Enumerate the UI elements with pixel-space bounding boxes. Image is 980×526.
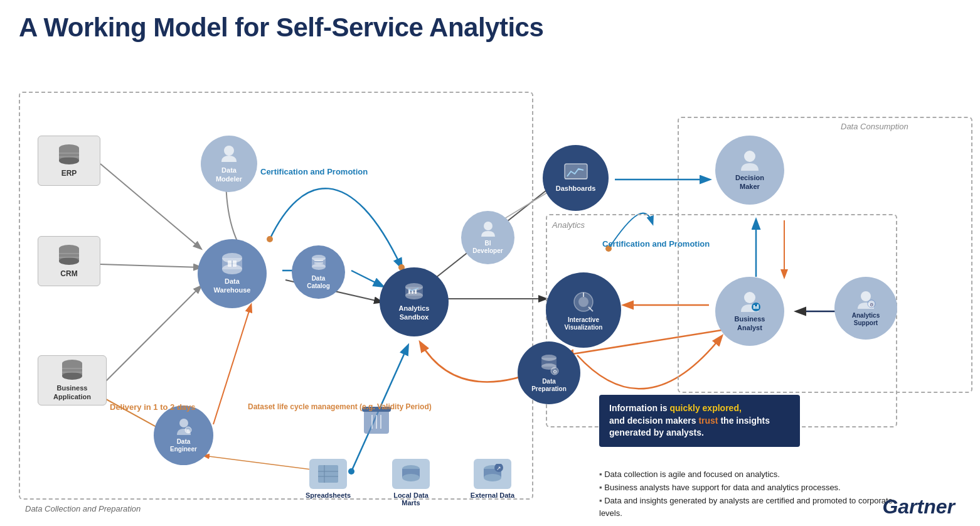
erp-node: ERP [38, 136, 100, 186]
analytics-support-node: ⚙ AnalyticsSupport [834, 277, 897, 340]
svg-point-31 [59, 257, 79, 265]
data-warehouse-node: DataWarehouse [198, 239, 267, 308]
local-data-marts-node: Local DataMarts [383, 459, 439, 507]
svg-point-39 [224, 146, 234, 156]
interactive-visualization-node: InteractiveVisualization [546, 272, 621, 348]
certification-label-1: Certification and Promotion [260, 167, 368, 178]
bullet-1: Data collection is agile and focused on … [599, 468, 913, 481]
main-title: A Working Model for Self-Service Analyti… [19, 13, 961, 43]
svg-point-71 [744, 151, 755, 162]
business-analyst-node: BusinessAnalyst [715, 277, 784, 346]
data-engineer-node: ⚙ DataEngineer [154, 405, 213, 465]
svg-point-36 [62, 372, 82, 380]
svg-point-89 [484, 474, 501, 481]
svg-rect-74 [754, 305, 755, 309]
data-catalog-node: DataCatalog [292, 245, 345, 299]
svg-point-72 [744, 292, 755, 303]
data-consumption-label: Data Consumption [841, 122, 908, 131]
svg-rect-80 [318, 465, 338, 483]
gartner-logo: Gartner [882, 495, 955, 518]
svg-point-68 [179, 419, 188, 427]
svg-point-47 [312, 264, 326, 270]
svg-text:⚙: ⚙ [870, 303, 873, 307]
certification-label-2: Certification and Promotion [602, 239, 710, 250]
svg-point-56 [484, 222, 493, 230]
data-modeler-node: DataModeler [201, 136, 257, 192]
analytics-label: Analytics [552, 220, 585, 230]
bullet-3: Data and insights generated by analysts … [599, 495, 913, 521]
analytics-sandbox-node: AnalyticsSandbox [380, 267, 449, 336]
svg-point-52 [405, 292, 423, 299]
spreadsheets-node: Spreadsheets [300, 459, 356, 499]
business-application-node: BusinessApplication [38, 355, 107, 405]
svg-rect-54 [412, 291, 413, 294]
external-data-node: ↗ External Data [464, 459, 521, 499]
svg-point-86 [402, 474, 420, 481]
decision-maker-node: DecisionMaker [715, 136, 784, 205]
svg-point-60 [578, 297, 589, 307]
bottom-label: Data Collection and Preparation [25, 504, 141, 513]
svg-point-77 [861, 291, 871, 301]
svg-text:⚙: ⚙ [553, 369, 557, 375]
bullets-section: Data collection is agile and focused on … [599, 468, 913, 520]
svg-rect-75 [755, 306, 757, 309]
svg-point-26 [59, 157, 79, 164]
dashboards-node: Dashboards [543, 145, 609, 211]
dataset-lifecycle-label: Dataset life cycle management (e.g. Vali… [248, 402, 432, 412]
data-preparation-node: ⚙ DataPreparation [518, 341, 580, 404]
svg-rect-55 [415, 289, 417, 294]
delivery-label: Delivery in 1 to 2 days [110, 402, 196, 413]
bullet-2: Business analysts have support for data … [599, 481, 913, 495]
bi-developer-node: BIDeveloper [461, 211, 514, 264]
diagram-area: Analytics Data Consumption ERP [19, 54, 961, 518]
info-box: Information is quickly explored, and dec… [599, 395, 800, 447]
page: A Working Model for Self-Service Analyti… [0, 0, 980, 526]
svg-text:⚙: ⚙ [186, 429, 190, 433]
svg-rect-76 [757, 304, 759, 309]
svg-text:↗: ↗ [496, 465, 501, 471]
crm-node: CRM [38, 236, 100, 286]
